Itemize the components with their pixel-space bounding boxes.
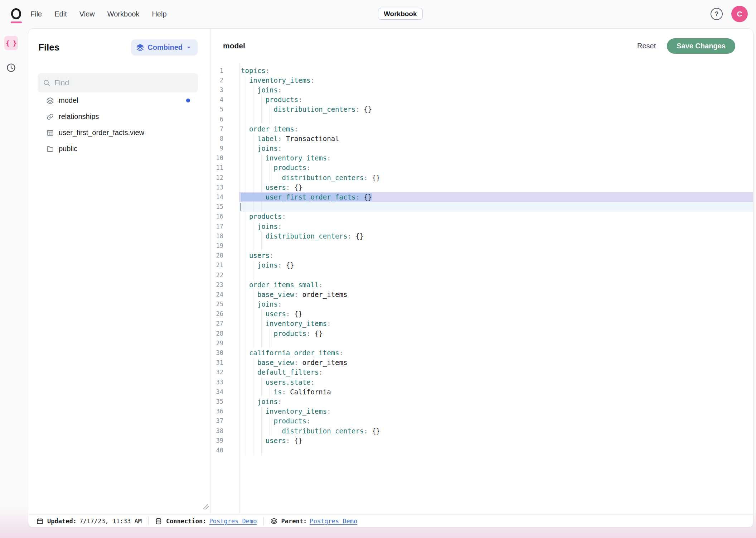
indent-guide: [261, 445, 262, 455]
line-number: 10: [211, 154, 239, 162]
code-line[interactable]: 19: [211, 241, 753, 250]
link-icon: [46, 113, 54, 121]
line-number: 24: [211, 291, 239, 298]
code-line[interactable]: 39 users: {}: [211, 436, 753, 445]
code-line[interactable]: 22: [211, 270, 753, 280]
code-line[interactable]: 10 inventory_items:: [211, 153, 753, 163]
code-line[interactable]: 14 user_first_order_facts: {}: [211, 192, 753, 202]
search-input[interactable]: [54, 78, 193, 87]
panel-resize-handle[interactable]: [202, 503, 210, 511]
code-line[interactable]: 7 order_items:: [211, 124, 753, 134]
help-button[interactable]: ?: [711, 8, 723, 20]
indent-guide: [245, 202, 245, 212]
file-item-public[interactable]: public: [38, 141, 202, 157]
workbook-mode-pill[interactable]: Workbook: [378, 8, 423, 20]
code-line-text: joins:: [239, 221, 753, 231]
code-line[interactable]: 35 joins:: [211, 397, 753, 406]
code-line[interactable]: 12 distribution_centers: {}: [211, 173, 753, 182]
code-line[interactable]: 38 distribution_centers: {}: [211, 426, 753, 436]
code-line[interactable]: 37 products:: [211, 416, 753, 426]
code-line[interactable]: 4 products:: [211, 95, 753, 105]
user-avatar[interactable]: C: [731, 6, 748, 22]
code-line[interactable]: 5 distribution_centers: {}: [211, 105, 753, 114]
code-line-text: joins:: [239, 397, 753, 406]
code-line[interactable]: 33 users.state:: [211, 377, 753, 387]
indent-guide: [245, 270, 245, 280]
code-line-text: user_first_order_facts: {}: [239, 192, 753, 202]
resize-grip-icon: [202, 503, 210, 511]
updated-value: 7/17/23, 11:33 AM: [79, 518, 142, 525]
rail-history-button[interactable]: [6, 63, 16, 73]
status-separator: [148, 517, 149, 525]
file-item-model[interactable]: model: [38, 92, 202, 109]
code-line[interactable]: 30 california_order_items:: [211, 348, 753, 357]
code-line-text: [239, 241, 753, 250]
code-line[interactable]: 13 users: {}: [211, 182, 753, 192]
file-search-box: [38, 73, 198, 92]
connection-link[interactable]: Postgres Demo: [209, 518, 257, 525]
code-editor[interactable]: 1topics:2 inventory_items:3 joins:4 prod…: [211, 63, 753, 514]
code-line-text: users: {}: [239, 436, 753, 445]
indent-guide: [261, 338, 262, 348]
line-number: 2: [211, 77, 239, 84]
line-number: 32: [211, 369, 239, 376]
code-line[interactable]: 11 products:: [211, 163, 753, 173]
code-line-text: users:: [239, 251, 753, 260]
file-item-label: relationships: [59, 112, 99, 121]
file-item-user-first-order-facts-view[interactable]: user_first_order_facts.view: [38, 125, 202, 141]
code-line-text: default_filters:: [239, 368, 753, 377]
omni-logo[interactable]: [11, 8, 22, 23]
menu-item-edit[interactable]: Edit: [54, 10, 67, 18]
code-line[interactable]: 36 inventory_items:: [211, 407, 753, 416]
code-line[interactable]: 20 users:: [211, 251, 753, 260]
file-list: modelrelationshipsuser_first_order_facts…: [38, 92, 202, 157]
code-line[interactable]: 29: [211, 338, 753, 348]
code-line[interactable]: 27 inventory_items:: [211, 319, 753, 328]
menu-item-view[interactable]: View: [79, 10, 95, 18]
code-line[interactable]: 23 order_items_small:: [211, 280, 753, 289]
menu-item-file[interactable]: File: [30, 10, 42, 18]
code-line[interactable]: 9 joins:: [211, 144, 753, 153]
code-line[interactable]: 32 default_filters:: [211, 368, 753, 377]
connection-label: Connection:: [166, 518, 207, 525]
code-line[interactable]: 26 users: {}: [211, 309, 753, 319]
branch-selector[interactable]: Combined: [131, 39, 198, 56]
code-line-text: inventory_items:: [239, 153, 753, 163]
code-line[interactable]: 15: [211, 202, 753, 212]
line-number: 19: [211, 242, 239, 249]
code-line-text: order_items:: [239, 124, 753, 134]
line-number: 15: [211, 203, 239, 210]
rail-model-ide-button[interactable]: { }: [4, 36, 18, 50]
parent-link[interactable]: Postgres Demo: [310, 518, 357, 525]
reset-button[interactable]: Reset: [637, 42, 656, 50]
code-line[interactable]: 3 joins:: [211, 85, 753, 95]
code-line[interactable]: 6: [211, 114, 753, 124]
code-line[interactable]: 28 products: {}: [211, 328, 753, 338]
code-line[interactable]: 34 is: California: [211, 387, 753, 397]
save-changes-button[interactable]: Save Changes: [667, 38, 735, 54]
code-line[interactable]: 2 inventory_items:: [211, 75, 753, 85]
code-line[interactable]: 31 base_view: order_items: [211, 358, 753, 368]
layers-icon: [136, 43, 144, 52]
code-line[interactable]: 40: [211, 445, 753, 455]
file-item-relationships[interactable]: relationships: [38, 109, 202, 125]
code-line[interactable]: 17 joins:: [211, 221, 753, 231]
code-line[interactable]: 8 label: Transactional: [211, 134, 753, 143]
line-number: 17: [211, 223, 239, 230]
code-line[interactable]: 16 products:: [211, 212, 753, 221]
code-line-text: [239, 270, 753, 280]
menu-item-help[interactable]: Help: [152, 10, 166, 18]
code-line[interactable]: 18 distribution_centers: {}: [211, 231, 753, 241]
code-line[interactable]: 25 joins:: [211, 299, 753, 309]
code-line-text: [239, 445, 753, 455]
code-line-text: inventory_items:: [239, 75, 753, 85]
code-line[interactable]: 21 joins: {}: [211, 260, 753, 270]
line-number: 11: [211, 164, 239, 171]
code-line[interactable]: 24 base_view: order_items: [211, 289, 753, 299]
code-line-text: products:: [239, 416, 753, 426]
code-line[interactable]: 1topics:: [211, 66, 753, 75]
menu-item-workbook[interactable]: Workbook: [107, 10, 140, 18]
indent-guide: [261, 114, 262, 124]
line-number: 23: [211, 281, 239, 288]
calendar-icon: [36, 517, 44, 525]
